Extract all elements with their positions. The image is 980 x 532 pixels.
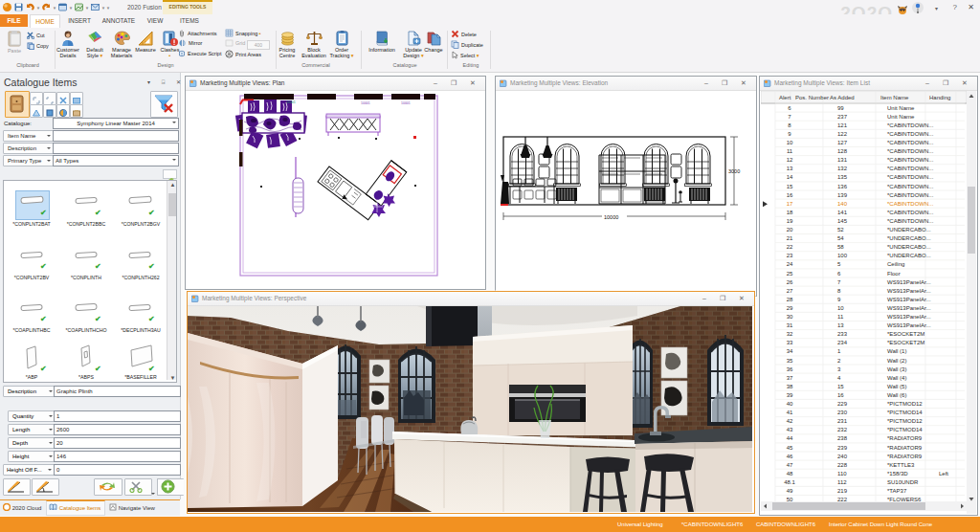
svg-text:41: 41: [787, 410, 793, 415]
svg-text:*ESOCKET2M: *ESOCKET2M: [887, 340, 924, 345]
svg-text:10000: 10000: [604, 214, 618, 220]
svg-text:128: 128: [837, 148, 848, 154]
svg-text:24: 24: [787, 261, 793, 267]
svg-text:*ABP: *ABP: [26, 374, 38, 380]
svg-text:Wall (2): Wall (2): [887, 358, 906, 364]
svg-text:*CABINTDOWN...: *CABINTDOWN...: [887, 201, 934, 207]
svg-text:*CONPLNTH262: *CONPLNTH262: [122, 275, 159, 280]
svg-text:*CABINTDOWN...: *CABINTDOWN...: [887, 122, 934, 128]
svg-text:WS913PanelAr...: WS913PanelAr...: [887, 297, 931, 302]
svg-text:42: 42: [787, 418, 793, 424]
svg-text:18: 18: [787, 210, 793, 215]
svg-text:46: 46: [787, 454, 793, 459]
svg-text:15: 15: [787, 184, 793, 189]
svg-text:*CABINTDOWN...: *CABINTDOWN...: [887, 157, 934, 163]
svg-text:Wall (3): Wall (3): [887, 366, 906, 372]
svg-text:10: 10: [837, 305, 844, 311]
svg-text:*CABINTDOWN...: *CABINTDOWN...: [887, 210, 934, 215]
svg-text:*158/3D: *158/3D: [887, 471, 908, 477]
svg-text:17: 17: [787, 201, 793, 207]
svg-text:*BASEFILLER: *BASEFILLER: [124, 374, 157, 380]
svg-text:*TAP37: *TAP37: [887, 488, 907, 494]
svg-text:*CABINTDOWN...: *CABINTDOWN...: [887, 184, 934, 189]
svg-text:33: 33: [787, 340, 793, 345]
svg-text:49: 49: [787, 488, 793, 494]
svg-text:229: 229: [837, 401, 848, 407]
svg-text:11: 11: [787, 148, 793, 154]
svg-text:100: 100: [837, 253, 848, 258]
svg-text:233: 233: [837, 331, 848, 337]
svg-text:16: 16: [787, 192, 793, 198]
svg-text:Wall (1): Wall (1): [887, 348, 906, 354]
svg-text:140: 140: [837, 201, 848, 207]
svg-text:52: 52: [837, 227, 844, 233]
svg-text:*UNDERCABO...: *UNDERCABO...: [887, 227, 931, 233]
svg-text:✔: ✔: [148, 315, 155, 323]
svg-text:132: 132: [837, 166, 848, 171]
svg-text:WS913PanelAr...: WS913PanelAr...: [887, 322, 931, 328]
svg-text:29: 29: [787, 305, 793, 311]
svg-text:48: 48: [787, 471, 793, 477]
svg-text:Alert: Alert: [779, 95, 791, 100]
svg-text:32: 32: [787, 331, 793, 337]
svg-text:10: 10: [787, 140, 793, 145]
svg-text:*UNDERCABO...: *UNDERCABO...: [887, 235, 931, 241]
svg-text:*RADIATOR9: *RADIATOR9: [887, 454, 923, 459]
svg-text:✔: ✔: [148, 262, 155, 271]
svg-text:As Added: As Added: [830, 95, 855, 100]
svg-text:21: 21: [787, 235, 793, 241]
svg-text:141: 141: [837, 210, 848, 215]
svg-text:47: 47: [787, 462, 793, 468]
svg-text:25: 25: [787, 271, 793, 277]
svg-text:15: 15: [837, 384, 844, 389]
svg-text:37: 37: [787, 375, 793, 381]
svg-text:WS913PanelAr...: WS913PanelAr...: [887, 288, 931, 294]
svg-text:230: 230: [837, 410, 848, 415]
svg-text:✔: ✔: [40, 209, 47, 217]
svg-text:Wall (6): Wall (6): [887, 392, 906, 398]
svg-text:48.1: 48.1: [784, 479, 795, 485]
svg-text:✔: ✔: [95, 262, 101, 271]
svg-text:✔: ✔: [95, 365, 101, 373]
svg-text:*PICTMOD12: *PICTMOD12: [887, 401, 923, 407]
svg-text:240: 240: [837, 454, 848, 459]
svg-text:Handing: Handing: [929, 95, 950, 100]
svg-text:*CABINTDOWN...: *CABINTDOWN...: [887, 174, 934, 180]
svg-text:3000: 3000: [728, 168, 740, 174]
svg-text:*CABINTDOWN...: *CABINTDOWN...: [887, 140, 934, 145]
svg-text:*RADIATOR9: *RADIATOR9: [887, 435, 923, 441]
svg-text:13: 13: [787, 166, 793, 171]
svg-text:136: 136: [837, 184, 848, 189]
svg-text:110: 110: [837, 471, 847, 477]
svg-text:16: 16: [837, 392, 844, 398]
svg-text:*PICTMOD14: *PICTMOD14: [887, 410, 923, 415]
svg-text:39: 39: [787, 392, 793, 398]
svg-text:WS913PanelAr...: WS913PanelAr...: [887, 279, 931, 285]
svg-text:121: 121: [837, 122, 848, 128]
svg-text:*CABINTDOWN...: *CABINTDOWN...: [887, 131, 934, 137]
svg-text:Ceiling: Ceiling: [887, 261, 904, 267]
svg-text:*CONPLINTH: *CONPLINTH: [71, 275, 101, 280]
svg-text:234: 234: [837, 340, 848, 345]
svg-text:*RADIATOR9: *RADIATOR9: [887, 445, 923, 451]
svg-text:Pos. Number: Pos. Number: [795, 95, 829, 100]
svg-text:*KETTLE3: *KETTLE3: [887, 462, 915, 468]
svg-text:232: 232: [837, 427, 848, 432]
svg-text:43: 43: [787, 427, 793, 432]
svg-text:231: 231: [837, 418, 848, 424]
svg-text:*CONPLNT2BBC: *CONPLNT2BBC: [67, 221, 106, 227]
svg-text:58: 58: [837, 244, 844, 250]
svg-text:*CABINTDOWN...: *CABINTDOWN...: [887, 148, 934, 154]
svg-text:*ESOCKET2M: *ESOCKET2M: [887, 331, 924, 337]
svg-text:*PICTMOD12: *PICTMOD12: [887, 418, 923, 424]
svg-text:✔: ✔: [95, 315, 101, 323]
svg-text:139: 139: [837, 192, 848, 198]
svg-text:*PICTMOD14: *PICTMOD14: [887, 427, 923, 432]
svg-text:127: 127: [837, 140, 848, 145]
svg-text:31: 31: [787, 322, 793, 328]
svg-text:14: 14: [787, 174, 793, 180]
svg-text:239: 239: [837, 445, 848, 451]
svg-text:44: 44: [787, 435, 793, 441]
svg-text:Floor: Floor: [887, 271, 901, 277]
svg-text:54: 54: [837, 235, 844, 241]
